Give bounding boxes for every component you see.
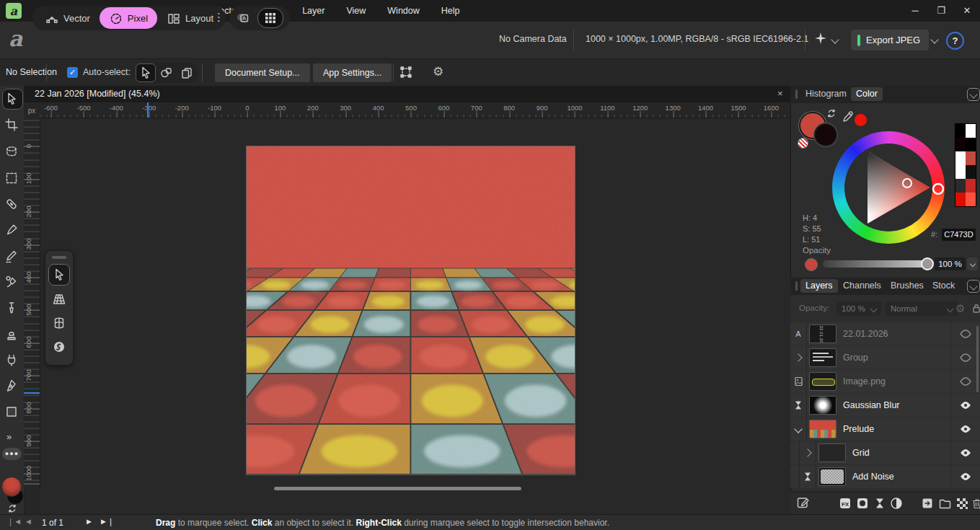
layer-badge-image-icon[interactable]: [790, 370, 807, 393]
swatch[interactable]: [955, 179, 966, 193]
move-tool-icon[interactable]: [4, 92, 19, 106]
panel-menu-chevron-icon[interactable]: [967, 88, 980, 101]
ruler-unit[interactable]: px: [24, 102, 40, 118]
clone-stamp-tool-icon[interactable]: [4, 327, 19, 341]
palette-perspective-grid-icon[interactable]: [49, 289, 69, 309]
tools-overflow-button[interactable]: ●●●: [2, 448, 22, 460]
tab-histogram[interactable]: Histogram: [800, 87, 852, 101]
live-filter-icon[interactable]: [873, 497, 886, 510]
tab-channels[interactable]: Channels: [838, 279, 886, 293]
layer-thumbnail[interactable]: 22.01.2026: [809, 324, 836, 343]
opacity-slider[interactable]: [823, 260, 928, 268]
visibility-on-icon[interactable]: [950, 441, 980, 464]
layer-row-add-noise[interactable]: Add Noise: [790, 465, 980, 488]
selection-brush-tool-icon[interactable]: [4, 144, 19, 159]
transform-origin-icon[interactable]: [399, 65, 413, 79]
visibility-off-icon[interactable]: [950, 346, 980, 369]
colour-replacement-tool-icon[interactable]: [4, 275, 19, 289]
restore-button[interactable]: ❐: [928, 0, 954, 22]
lock-icon[interactable]: [971, 303, 980, 313]
layer-row-22-01-2026[interactable]: A22.01.202622.01.2026: [790, 322, 980, 345]
palette-liquify-icon[interactable]: [49, 337, 69, 357]
colour-wheel[interactable]: [832, 131, 945, 244]
layer-badge-text-icon[interactable]: A: [790, 322, 807, 345]
blend-mode-combo[interactable]: Normal: [886, 301, 958, 316]
layer-badge-hourglass-icon[interactable]: [799, 465, 816, 488]
document-setup-button[interactable]: Document Setup...: [215, 63, 310, 82]
layer-row-group[interactable]: Group: [790, 346, 980, 369]
no-colour-swatch[interactable]: [798, 138, 808, 149]
swatch[interactable]: [966, 138, 976, 151]
grid-view-icon[interactable]: [257, 8, 283, 28]
help-button[interactable]: ?: [946, 32, 964, 50]
eyedropper-icon[interactable]: [840, 110, 855, 125]
layer-thumbnail[interactable]: [809, 372, 836, 391]
tab-stock[interactable]: Stock: [927, 279, 960, 293]
hue-ring-selector[interactable]: [933, 184, 943, 194]
mixer-brush-tool-icon[interactable]: [4, 301, 19, 315]
persona-pixel[interactable]: Pixel: [100, 7, 157, 29]
overflow-menu-icon[interactable]: ⋮: [213, 11, 224, 24]
pixel-pencil-tool-icon[interactable]: [4, 249, 19, 263]
gear-icon[interactable]: ⚙: [433, 64, 443, 79]
mask-layer-icon[interactable]: [856, 497, 869, 510]
tab-color[interactable]: Color: [851, 87, 883, 101]
document-tab[interactable]: 22 Jan 2026 [Modified] (45.4%): [35, 89, 160, 99]
auto-select-checkbox[interactable]: ✓: [67, 67, 78, 78]
swatch[interactable]: [966, 165, 976, 179]
tab-brushes[interactable]: Brushes: [886, 279, 929, 293]
layer-thumbnail[interactable]: [818, 443, 846, 462]
swatch[interactable]: [955, 124, 966, 138]
new-group-icon[interactable]: [938, 497, 951, 510]
close-icon[interactable]: ×: [777, 88, 783, 99]
marquee-select-tool-icon[interactable]: [4, 171, 19, 185]
layer-effects-icon[interactable]: FX: [839, 497, 852, 510]
delete-layer-icon[interactable]: [971, 497, 980, 509]
visibility-off-icon[interactable]: [950, 370, 980, 393]
layer-row-image-png[interactable]: Image.png: [790, 370, 980, 393]
menu-window[interactable]: Window: [376, 0, 430, 22]
previous-page-button[interactable]: ◄: [25, 517, 32, 526]
edit-document-icon[interactable]: [796, 495, 811, 510]
app-settings-button[interactable]: App Settings...: [313, 63, 392, 82]
swap-colours-icon[interactable]: [826, 108, 836, 118]
layers-opacity-combo[interactable]: 100 %: [836, 301, 881, 316]
swatch[interactable]: [955, 193, 966, 206]
hex-input[interactable]: C7473D: [942, 229, 976, 241]
opacity-slider-handle[interactable]: [921, 257, 934, 270]
primary-colour-well[interactable]: [1, 477, 22, 497]
cursor-mode-button[interactable]: [136, 63, 156, 82]
close-button[interactable]: ✕: [954, 0, 980, 22]
horizontal-scrollbar[interactable]: [274, 487, 521, 490]
export-jpeg-button[interactable]: Export JPEG: [851, 30, 929, 50]
menu-help[interactable]: Help: [431, 0, 471, 22]
healing-brush-tool-icon[interactable]: [4, 197, 19, 211]
swatch[interactable]: [955, 165, 966, 179]
document-canvas[interactable]: [247, 146, 575, 474]
swatch[interactable]: [966, 124, 976, 138]
layer-thumbnail[interactable]: [809, 396, 836, 415]
layer-badge-chevron-right-icon[interactable]: [790, 346, 807, 369]
last-page-button[interactable]: ►❘: [100, 517, 114, 526]
character-style-icon[interactable]: A: [236, 11, 252, 25]
panel-menu-chevron-icon[interactable]: [967, 280, 980, 293]
layer-settings-gear-icon[interactable]: ⚙: [955, 302, 965, 315]
adjustment-layer-icon[interactable]: [890, 497, 903, 510]
palette-drag-handle[interactable]: [52, 256, 66, 259]
layers-scrollbar[interactable]: [976, 326, 979, 392]
palette-move-icon[interactable]: [48, 264, 70, 286]
node-mode-button[interactable]: [157, 64, 176, 81]
new-pixel-layer-icon[interactable]: [955, 497, 968, 510]
layer-thumbnail[interactable]: [809, 348, 836, 367]
opacity-value[interactable]: 100 %: [935, 257, 966, 270]
layer-badge-chevron-right-icon[interactable]: [799, 441, 816, 464]
horizontal-ruler[interactable]: -600-500-400-300-200-1000100200300400500…: [40, 102, 790, 118]
visibility-on-icon[interactable]: [950, 394, 980, 417]
persona-vector[interactable]: Vector: [35, 8, 100, 28]
swap-colours-icon[interactable]: [7, 503, 17, 513]
palette-mesh-warp-icon[interactable]: [49, 313, 69, 333]
visibility-on-icon[interactable]: [950, 418, 980, 441]
more-tools-chevron-icon[interactable]: »: [6, 431, 12, 442]
crop-tool-icon[interactable]: [4, 118, 19, 132]
layer-row-grid[interactable]: Grid: [790, 441, 980, 464]
